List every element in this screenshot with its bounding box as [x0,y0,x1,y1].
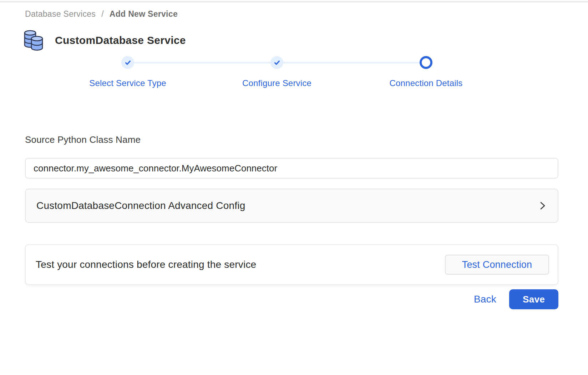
source-class-input[interactable] [25,158,558,179]
step-label: Select Service Type [71,78,185,88]
breadcrumb: Database Services / Add New Service [25,9,178,19]
step-configure-service: Configure Service [220,56,334,88]
test-connection-message: Test your connections before creating th… [36,259,256,270]
step-circle-completed [121,56,134,69]
source-class-label: Source Python Class Name [25,134,141,145]
step-connection-details: Connection Details [369,56,483,88]
save-button[interactable]: Save [509,289,558,309]
wizard-stepper: Select Service Type Configure Service Co… [25,56,558,92]
breadcrumb-database-services[interactable]: Database Services [25,9,96,19]
check-icon [125,59,131,66]
test-connection-card: Test your connections before creating th… [25,244,558,285]
step-label: Configure Service [220,78,334,88]
add-new-service-page: Database Services / Add New Service Cust… [0,0,588,375]
page-title: CustomDatabase Service [55,34,186,46]
advanced-config-expander[interactable]: CustomDatabaseConnection Advanced Config [25,189,558,223]
step-label: Connection Details [369,78,483,88]
back-button[interactable]: Back [474,294,496,305]
test-connection-button[interactable]: Test Connection [445,255,549,275]
check-icon [274,59,280,66]
step-circle-completed [270,56,283,69]
breadcrumb-add-new-service: Add New Service [110,9,178,19]
step-circle-current [420,56,432,69]
top-divider [0,1,588,2]
database-icon [22,29,45,51]
footer-actions: Back Save [474,289,558,309]
breadcrumb-separator: / [101,9,104,19]
advanced-config-label: CustomDatabaseConnection Advanced Config [36,200,245,211]
page-header: CustomDatabase Service [22,29,186,51]
step-select-service-type: Select Service Type [71,56,185,88]
chevron-right-icon[interactable] [537,200,548,211]
